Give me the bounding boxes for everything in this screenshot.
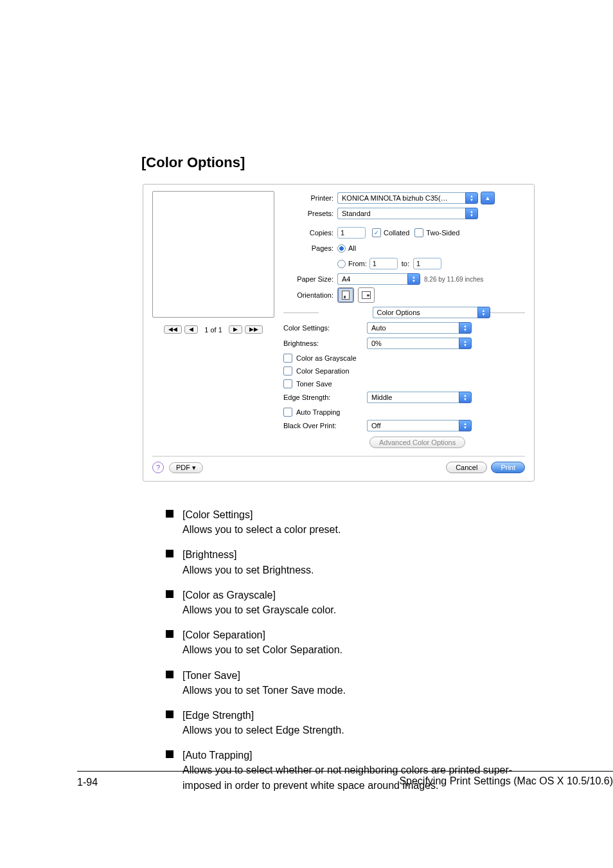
toner-save-checkbox[interactable] [283,379,292,388]
auto-trapping-label: Auto Trapping [296,408,341,416]
color-settings-toggle[interactable] [459,322,472,334]
paper-size-select[interactable]: A4 [337,273,420,285]
pages-to-input[interactable] [413,258,441,269]
bullet-title: [Color Separation] [182,628,536,642]
footer-title: Specifying Print Settings (Mac OS X 10.5… [399,775,613,787]
nav-first-button[interactable]: ◀◀ [164,325,182,334]
paper-dims: 8.26 by 11.69 inches [424,276,483,283]
list-item: [Color as Grayscale]Allows you to set Gr… [166,588,536,617]
presets-label: Presets: [283,210,337,217]
black-over-value: Off [367,420,459,431]
color-settings-select[interactable]: Auto [367,322,472,334]
advanced-color-options-button[interactable]: Advanced Color Options [369,437,465,448]
bullet-title: [Toner Save] [182,668,536,683]
collated-checkbox[interactable] [372,228,381,237]
printer-label: Printer: [283,194,337,202]
pages-label: Pages: [283,244,337,252]
pages-to-label: to: [402,260,409,267]
pages-all-label: All [348,244,356,252]
page-indicator: 1 of 1 [204,326,222,334]
page-footer: 1-94 Specifying Print Settings (Mac OS X… [77,771,613,787]
list-item: [Color Separation]Allows you to set Colo… [166,628,536,657]
bullet-title: [Color as Grayscale] [182,588,536,602]
edge-strength-toggle[interactable] [459,392,472,403]
presets-select-toggle[interactable] [465,208,478,219]
copies-label: Copies: [283,229,337,237]
printer-value: KONICA MINOLTA bizhub C35(… [337,192,465,204]
color-separation-label: Color Separation [296,367,350,375]
black-over-label: Black Over Print: [283,422,367,429]
edge-strength-value: Middle [367,392,459,403]
orientation-landscape-button[interactable] [358,287,375,303]
collated-label: Collated [384,229,409,237]
color-grayscale-label: Color as Grayscale [296,354,357,362]
edge-strength-select[interactable]: Middle [367,392,472,403]
page-number: 1-94 [77,777,98,788]
nav-next-button[interactable]: ▶ [229,325,242,334]
black-over-toggle[interactable] [459,420,472,431]
panel-select-toggle[interactable] [477,307,490,318]
brightness-select[interactable]: 0% [367,338,472,349]
list-item: [Color Settings]Allows you to select a c… [166,507,536,537]
bullet-body: Allows you to set Grayscale color. [182,602,536,617]
list-item: [Brightness]Allows you to set Brightness… [166,547,536,577]
orientation-portrait-button[interactable] [337,287,354,303]
bullet-body: Allows you to set Color Separation. [182,642,536,657]
panel-select[interactable]: Color Options [373,307,490,318]
svg-rect-3 [367,294,369,296]
color-settings-label: Color Settings: [283,324,367,332]
print-dialog-screenshot: ◀◀ ◀ 1 of 1 ▶ ▶▶ Printer: KONICA MINOLTA… [143,184,535,482]
panel-value: Color Options [373,307,477,318]
nav-last-button[interactable]: ▶▶ [245,325,263,334]
color-grayscale-checkbox[interactable] [283,354,292,363]
pages-from-input[interactable] [369,258,398,269]
brightness-toggle[interactable] [459,338,472,349]
printer-status-button[interactable]: ▲ [481,192,495,204]
bullet-body: Allows you to set Toner Save mode. [182,683,536,698]
pages-range-radio[interactable] [337,260,346,268]
two-sided-label: Two-Sided [426,229,459,237]
bullet-title: [Brightness] [182,547,536,562]
brightness-value: 0% [367,338,459,349]
edge-strength-label: Edge Strength: [283,393,367,401]
cancel-button[interactable]: Cancel [446,462,487,473]
two-sided-checkbox[interactable] [414,228,423,237]
brightness-label: Brightness: [283,339,367,347]
presets-value: Standard [337,208,465,219]
printer-select-toggle[interactable] [465,192,478,204]
bullet-title: [Auto Trapping] [182,748,536,763]
color-settings-value: Auto [367,322,459,334]
svg-rect-1 [344,296,346,298]
pdf-menu-button[interactable]: PDF ▾ [169,462,203,473]
paper-size-label: Paper Size: [283,275,337,283]
presets-select[interactable]: Standard [337,208,478,219]
pages-from-label: From: [348,260,367,267]
list-item: [Toner Save]Allows you to set Toner Save… [166,668,536,698]
page-title: [Color Options] [141,154,536,171]
bullet-body: Allows you to set Brightness. [182,563,536,577]
printer-select[interactable]: KONICA MINOLTA bizhub C35(… [337,192,478,204]
preview-pane [152,191,274,318]
copies-input[interactable] [337,227,366,239]
auto-trapping-checkbox[interactable] [283,408,292,417]
bullet-body: Allows you to select a color preset. [182,522,536,537]
color-separation-checkbox[interactable] [283,366,292,375]
toner-save-label: Toner Save [296,380,332,388]
black-over-select[interactable]: Off [367,420,472,431]
bullet-body: Allows you to select Edge Strength. [182,723,536,737]
bullet-title: [Color Settings] [182,507,536,522]
help-button[interactable]: ? [152,462,164,473]
paper-size-value: A4 [337,273,407,285]
paper-size-toggle[interactable] [407,273,420,285]
description-list: [Color Settings]Allows you to select a c… [166,507,536,793]
bullet-title: [Edge Strength] [182,708,536,723]
list-item: [Edge Strength]Allows you to select Edge… [166,708,536,737]
nav-prev-button[interactable]: ◀ [184,325,198,334]
print-button[interactable]: Print [491,462,525,473]
orientation-label: Orientation: [283,291,337,299]
pages-all-radio[interactable] [337,244,346,253]
